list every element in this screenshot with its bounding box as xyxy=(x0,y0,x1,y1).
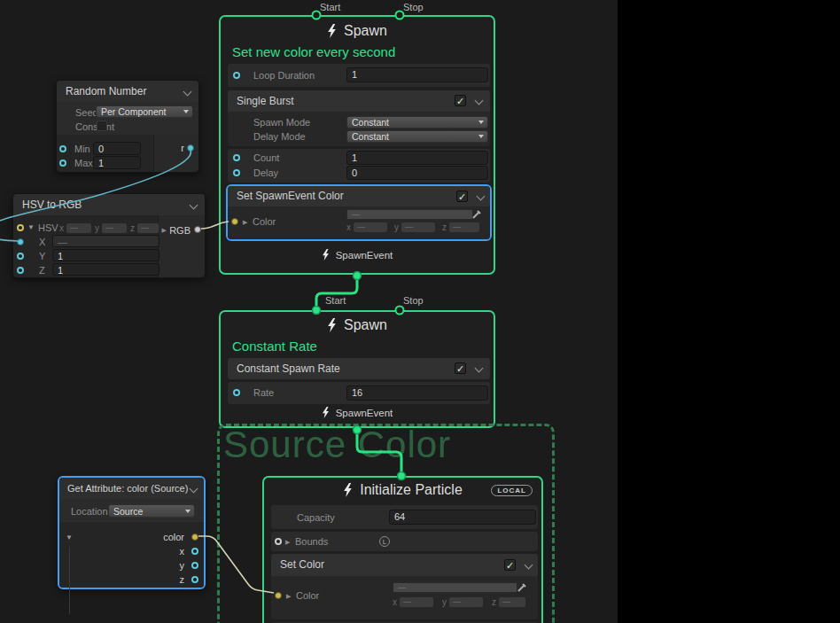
loop-duration-label: Loop Duration xyxy=(253,70,315,81)
spawn-context-a[interactable]: Spawn Set new color every second Loop Du… xyxy=(219,15,495,275)
node-header[interactable]: Random Number xyxy=(57,81,198,102)
constant-checkbox[interactable] xyxy=(97,121,107,131)
max-field[interactable]: 1 xyxy=(93,156,141,169)
z-mini-field[interactable]: — xyxy=(449,222,479,232)
ports-area: Min 0 Max 1 r xyxy=(57,135,198,172)
hsv-y-mini: y — xyxy=(95,223,127,233)
node-header[interactable]: Get Attribute: color (Source) xyxy=(59,478,204,499)
expand-right-icon[interactable]: ▶ xyxy=(243,219,247,226)
get-attribute-node[interactable]: Get Attribute: color (Source) Location S… xyxy=(58,476,206,589)
node-title-row: Spawn xyxy=(221,23,494,39)
set-spawnevent-color-block[interactable]: Set SpawnEvent Color ✓ ▶ Color — x — y — xyxy=(226,184,492,241)
max-port[interactable] xyxy=(59,160,66,167)
z-output-label: z xyxy=(180,574,185,585)
lightning-icon xyxy=(322,249,330,261)
lightning-icon xyxy=(327,24,337,38)
r-output-port[interactable] xyxy=(187,144,194,152)
y-output-label: y xyxy=(180,560,185,571)
graph-canvas[interactable]: Source Color Start Stop Spawn Set new co… xyxy=(0,0,840,623)
loop-duration-field[interactable]: 1 xyxy=(346,67,488,82)
group-source-color[interactable] xyxy=(217,424,555,623)
z-input-port[interactable] xyxy=(17,267,24,274)
flow-start-label: Start xyxy=(320,2,340,12)
spawnevent-footer: SpawnEvent xyxy=(221,407,494,418)
x-mini-field[interactable]: — xyxy=(66,223,91,233)
color-swatch[interactable]: — xyxy=(346,209,473,220)
expand-right-icon: ▶ xyxy=(162,227,167,234)
x-output-port[interactable] xyxy=(191,548,198,555)
chevron-down-icon[interactable] xyxy=(183,88,192,97)
rate-field[interactable]: 16 xyxy=(346,385,488,401)
spawnevent-label: SpawnEvent xyxy=(336,408,393,418)
node-subtitle: Constant Rate xyxy=(232,339,317,354)
color-z-mini: z — xyxy=(442,222,479,232)
min-field[interactable]: 0 xyxy=(93,142,141,155)
count-port[interactable] xyxy=(233,154,240,161)
z-label: Z xyxy=(39,265,45,276)
x-label: x xyxy=(59,223,64,233)
node-title: Get Attribute: color (Source) xyxy=(67,483,188,494)
chevron-down-icon[interactable] xyxy=(475,364,484,373)
ports-area: ▼ color x y z xyxy=(59,522,204,588)
single-burst-block[interactable]: Single Burst ✓ Spawn Mode Constant Delay… xyxy=(228,90,490,146)
y-label: Y xyxy=(39,251,45,261)
constant-spawn-rate-checkbox[interactable]: ✓ xyxy=(455,362,466,374)
y-mini-field[interactable]: — xyxy=(102,223,127,233)
hsv-to-rgb-node[interactable]: HSV to RGB ▼ HSV x — y — z — X — Y xyxy=(12,193,206,278)
delay-mode-label: Delay Mode xyxy=(253,131,306,142)
y-output-port[interactable] xyxy=(191,562,198,569)
loop-duration-port[interactable] xyxy=(233,72,240,79)
chevron-down-icon[interactable] xyxy=(190,201,198,210)
set-spawnevent-color-checkbox[interactable]: ✓ xyxy=(456,191,468,202)
hsv-port[interactable] xyxy=(17,224,24,231)
node-title: Spawn xyxy=(344,23,387,39)
delay-mode-dropdown[interactable]: Constant xyxy=(346,130,488,143)
constant-label: Constant xyxy=(75,121,114,132)
spawnevent-label: SpawnEvent xyxy=(336,250,393,261)
chevron-down-icon[interactable] xyxy=(190,485,198,494)
y-field[interactable]: 1 xyxy=(52,249,159,261)
hsv-z-mini: z — xyxy=(130,223,159,233)
single-burst-checkbox[interactable]: ✓ xyxy=(455,95,466,106)
location-label: Location xyxy=(71,506,108,517)
seed-dropdown[interactable]: Per Component xyxy=(96,105,193,118)
expand-down-icon[interactable]: ▼ xyxy=(27,223,35,231)
x-field[interactable]: — xyxy=(52,235,159,247)
count-field[interactable]: 1 xyxy=(346,151,488,165)
min-port[interactable] xyxy=(59,145,66,152)
settings-area: Seed Per Component Constant xyxy=(57,102,198,135)
z-output-port[interactable] xyxy=(191,576,198,583)
node-title: Random Number xyxy=(66,85,146,97)
spawn-context-b[interactable]: Spawn Constant Rate Constant Spawn Rate … xyxy=(219,310,495,428)
chevron-down-icon[interactable] xyxy=(475,97,484,105)
spawn-mode-dropdown[interactable]: Constant xyxy=(346,116,488,128)
rate-port[interactable] xyxy=(233,389,240,396)
delay-label: Delay xyxy=(253,167,278,178)
lightning-icon xyxy=(327,318,337,332)
x-mini-field[interactable]: — xyxy=(354,222,387,232)
color-output-port[interactable] xyxy=(191,533,198,541)
x-output-label: x xyxy=(180,546,185,557)
location-dropdown[interactable]: Source xyxy=(108,504,195,518)
eyedropper-icon[interactable] xyxy=(472,208,483,219)
spawn-mode-label: Spawn Mode xyxy=(253,117,310,128)
delay-field[interactable]: 0 xyxy=(346,166,488,180)
delay-port[interactable] xyxy=(233,169,240,176)
color-output-label: color xyxy=(163,532,184,542)
z-field[interactable]: 1 xyxy=(52,263,159,276)
color-port[interactable] xyxy=(231,218,238,225)
constant-spawn-rate-label: Constant Spawn Rate xyxy=(237,362,340,375)
expand-down-icon[interactable]: ▼ xyxy=(66,533,73,541)
z-mini-field[interactable]: — xyxy=(137,223,159,233)
x-label: x xyxy=(346,222,351,232)
chevron-down-icon[interactable] xyxy=(477,192,486,201)
x-input-port[interactable] xyxy=(17,238,24,245)
dropdown-arrow-icon xyxy=(478,121,484,124)
y-input-port[interactable] xyxy=(17,253,24,260)
x-label: X xyxy=(39,237,45,247)
y-mini-field[interactable]: — xyxy=(401,222,435,232)
rgb-output-port[interactable] xyxy=(194,226,201,233)
random-number-node[interactable]: Random Number Seed Per Component Constan… xyxy=(56,80,199,173)
constant-spawn-rate-header[interactable]: Constant Spawn Rate ✓ xyxy=(228,358,490,379)
node-header[interactable]: HSV to RGB xyxy=(13,194,205,215)
